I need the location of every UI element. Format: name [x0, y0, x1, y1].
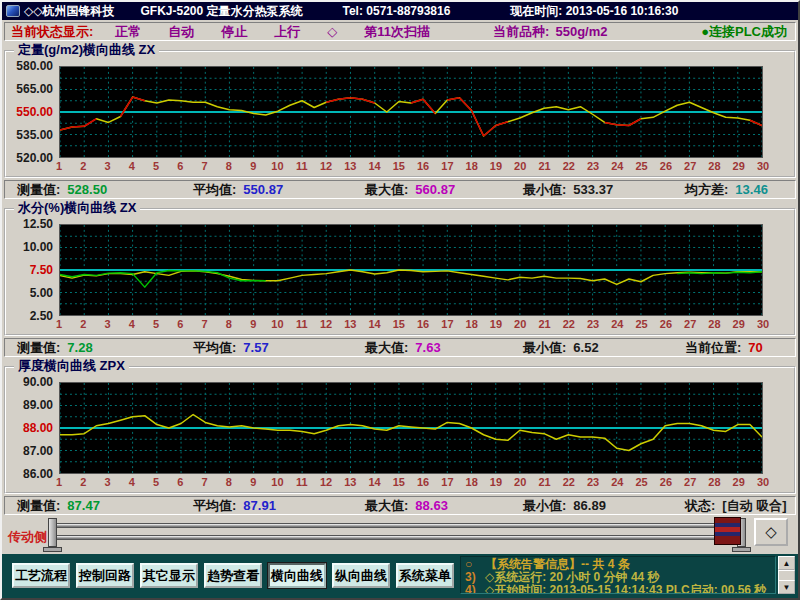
x-axis-tick: 29 — [733, 476, 745, 489]
x-axis-tick: 14 — [368, 160, 380, 173]
stat-cell: 平均值:87.91 — [193, 497, 365, 515]
nav-button[interactable]: 控制回路 — [76, 563, 134, 588]
stat-label: 测量值: — [17, 182, 60, 197]
stats-row-moisture: 测量值:7.28平均值:7.57最大值:7.63最小值:6.52当前位置:70 — [4, 338, 796, 357]
nav-button[interactable]: 趋势查看 — [204, 563, 262, 588]
status-bar: 当前状态显示: 正常自动停止上行◇第11次扫描 当前品种: 550g/m2 ●连… — [4, 22, 796, 41]
system-alarm-panel: ○【系统告警信息】-- 共 4 条3)◇系统运行: 20 小时 0 分钟 44 … — [460, 556, 776, 594]
x-axis-tick: 10 — [271, 160, 283, 173]
nav-button[interactable]: 其它显示 — [140, 563, 198, 588]
stat-label: 平均值: — [193, 498, 236, 513]
x-axis-tick: 19 — [490, 160, 502, 173]
stat-label: 最大值: — [365, 498, 408, 513]
stat-value: 70 — [748, 340, 762, 355]
stat-value: 13.46 — [735, 182, 768, 197]
x-axis-tick: 1 — [56, 476, 62, 489]
x-axis-tick: 17 — [441, 476, 453, 489]
x-axis-tick: 13 — [344, 160, 356, 173]
chart-group-thickness: 厚度横向曲线 ZPX 90.0089.0088.0087.0086.00 123… — [4, 359, 796, 494]
x-axis-tick: 15 — [393, 318, 405, 331]
titlebar-current-time: 现在时间: 2013-05-16 10:16:30 — [510, 3, 678, 20]
y-axis-label: 89.00 — [5, 398, 53, 412]
stat-value: 88.63 — [415, 498, 448, 513]
x-axis-tick: 16 — [417, 476, 429, 489]
chart-group-basis-weight: 定量(g/m2)横向曲线 ZX 580.00565.00550.00535.00… — [4, 43, 796, 178]
stat-value: 87.47 — [67, 498, 100, 513]
status-item: ◇ — [327, 24, 337, 39]
nav-button[interactable]: 工艺流程 — [12, 563, 70, 588]
alarm-scrollbar[interactable]: ▲ ▼ — [778, 556, 795, 594]
drive-side-label: 传动侧 — [8, 528, 47, 546]
x-axis-tick: 5 — [153, 318, 159, 331]
x-axis-tick: 9 — [250, 476, 256, 489]
y-axis-label: 580.00 — [5, 59, 53, 73]
x-axis-tick: 27 — [684, 318, 696, 331]
y-axis-label: 565.00 — [5, 82, 53, 96]
stat-label: 最大值: — [365, 182, 408, 197]
alarm-message-line: 4)◇开始时间: 2013-05-15 14:14:43 PLC启动: 00.5… — [465, 584, 771, 594]
x-axis-tick: 26 — [660, 318, 672, 331]
x-axis-tick: 30 — [757, 160, 769, 173]
stat-cell: 最小值:86.89 — [523, 497, 685, 515]
bottom-bar: 工艺流程控制回路其它显示趋势查看横向曲线纵向曲线系统菜单 ○【系统告警信息】--… — [2, 554, 798, 598]
stat-label: 最小值: — [523, 498, 566, 513]
x-axis-tick: 30 — [757, 318, 769, 331]
x-axis-tick: 15 — [393, 160, 405, 173]
x-axis-tick: 24 — [611, 160, 623, 173]
x-axis-tick: 29 — [733, 318, 745, 331]
x-axis-tick: 26 — [660, 160, 672, 173]
x-axis-tick: 7 — [202, 160, 208, 173]
status-items: 正常自动停止上行◇第11次扫描 — [115, 23, 457, 41]
stat-cell: 平均值:550.87 — [193, 181, 365, 199]
scroll-down-icon[interactable]: ▼ — [778, 580, 795, 594]
x-axis-tick: 6 — [177, 160, 183, 173]
chart-title: 水分(%)横向曲线 ZX — [14, 201, 140, 215]
stats-row-thickness: 测量值:87.47平均值:87.91最大值:88.63最小值:86.89状态:[… — [4, 496, 796, 515]
x-axis-tick: 3 — [104, 318, 110, 331]
nav-button[interactable]: 系统菜单 — [396, 563, 454, 588]
x-axis-tick: 19 — [490, 318, 502, 331]
chart-title: 定量(g/m2)横向曲线 ZX — [14, 43, 159, 57]
stat-cell: 测量值:528.50 — [17, 181, 193, 199]
stat-label: 状态: — [685, 498, 715, 513]
x-axis-tick: 8 — [226, 318, 232, 331]
stat-value: 528.50 — [67, 182, 107, 197]
x-axis-tick: 28 — [708, 476, 720, 489]
track-post-base-right — [732, 547, 751, 552]
stat-cell: 测量值:7.28 — [17, 339, 193, 357]
y-axis-target-label: 7.50 — [5, 263, 53, 277]
scanner-diamond-button[interactable]: ◇ — [754, 518, 788, 546]
alarm-message-text: ◇系统运行: 20 小时 0 分钟 44 秒 — [485, 570, 660, 584]
scanner-carriage — [714, 517, 741, 545]
alarm-message-number: 4) — [465, 584, 485, 594]
stat-cell: 最大值:88.63 — [365, 497, 523, 515]
x-axis-tick: 11 — [296, 318, 308, 331]
track-post-base-left — [43, 547, 62, 552]
stat-label: 测量值: — [17, 340, 60, 355]
stat-value: 7.57 — [243, 340, 268, 355]
titlebar-tel: Tel: 0571-88793816 — [343, 4, 451, 18]
x-axis-tick: 20 — [514, 160, 526, 173]
x-axis-tick: 7 — [202, 318, 208, 331]
nav-button[interactable]: 纵向曲线 — [332, 563, 390, 588]
x-axis-tick: 22 — [563, 160, 575, 173]
x-axis-tick: 25 — [635, 160, 647, 173]
stat-value: 7.28 — [67, 340, 92, 355]
stat-label: 最小值: — [523, 182, 566, 197]
x-axis-tick: 30 — [757, 476, 769, 489]
x-axis-tick: 22 — [563, 318, 575, 331]
stat-value: 6.52 — [573, 340, 598, 355]
stat-cell: 最小值:533.37 — [523, 181, 685, 199]
y-axis-target-label: 88.00 — [5, 421, 53, 435]
nav-button[interactable]: 横向曲线 — [268, 563, 326, 588]
titlebar-brand: ◇◇杭州国锋科技 — [24, 3, 114, 20]
x-axis-tick: 8 — [226, 476, 232, 489]
scroll-up-icon[interactable]: ▲ — [778, 556, 795, 570]
x-axis-tick: 1 — [56, 318, 62, 331]
y-axis-target-label: 550.00 — [5, 105, 53, 119]
x-axis-tick: 22 — [563, 476, 575, 489]
stat-value: [自动 吸合] — [722, 498, 786, 513]
x-axis-tick: 28 — [708, 318, 720, 331]
x-axis-tick: 14 — [368, 318, 380, 331]
status-item: 自动 — [168, 24, 194, 39]
